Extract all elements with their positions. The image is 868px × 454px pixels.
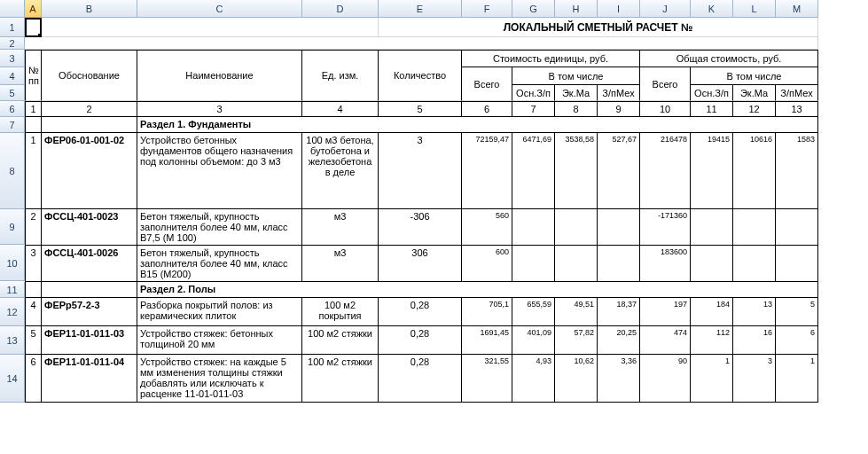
col-header-E[interactable]: E	[379, 0, 462, 18]
r5-c11[interactable]: 112	[691, 326, 733, 355]
col-header-A[interactable]: A	[25, 0, 42, 18]
r4-c11[interactable]: 184	[691, 298, 733, 326]
r2-c13[interactable]	[776, 209, 818, 246]
r1-c13[interactable]: 1583	[776, 133, 818, 209]
cell-A1[interactable]	[25, 18, 42, 37]
r6-c7[interactable]: 4,93	[512, 355, 555, 403]
r5-c8[interactable]: 57,82	[555, 326, 598, 355]
r4-c6[interactable]: 705,1	[462, 298, 512, 326]
row-header-5[interactable]: 5	[0, 85, 25, 101]
r1-c9[interactable]: 527,67	[598, 133, 640, 209]
r4-name[interactable]: Разборка покрытий полов: из керамических…	[137, 298, 302, 326]
col-header-F[interactable]: F	[462, 0, 512, 18]
r2-unit[interactable]: м3	[302, 209, 379, 246]
r4-qty[interactable]: 0,28	[379, 298, 462, 326]
row-header-4[interactable]: 4	[0, 67, 25, 85]
r6-n[interactable]: 6	[25, 355, 42, 403]
row-header-9[interactable]: 9	[0, 209, 25, 245]
r3-unit[interactable]: м3	[302, 246, 379, 282]
cell-B11[interactable]	[42, 282, 137, 298]
r3-c6[interactable]: 600	[462, 246, 512, 282]
r4-unit[interactable]: 100 м2 покрытия	[302, 298, 379, 326]
r5-osn[interactable]: ФЕР11-01-011-03	[42, 326, 137, 355]
row-header-14[interactable]: 14	[0, 355, 25, 403]
col-header-L[interactable]: L	[733, 0, 776, 18]
r6-c9[interactable]: 3,36	[598, 355, 640, 403]
r5-qty[interactable]: 0,28	[379, 326, 462, 355]
r2-c6[interactable]: 560	[462, 209, 512, 246]
r3-name[interactable]: Бетон тяжелый, крупность заполнителя бол…	[137, 246, 302, 282]
r5-c13[interactable]: 6	[776, 326, 818, 355]
r5-c10[interactable]: 474	[640, 326, 691, 355]
r3-osn[interactable]: ФССЦ-401-0026	[42, 246, 137, 282]
r2-name[interactable]: Бетон тяжелый, крупность заполнителя бол…	[137, 209, 302, 246]
row-header-2[interactable]: 2	[0, 37, 25, 50]
r5-n[interactable]: 5	[25, 326, 42, 355]
col-header-H[interactable]: H	[555, 0, 598, 18]
row-header-11[interactable]: 11	[0, 282, 25, 298]
r6-osn[interactable]: ФЕР11-01-011-04	[42, 355, 137, 403]
r3-c12[interactable]	[733, 246, 776, 282]
r1-n[interactable]: 1	[25, 133, 42, 209]
col-header-B[interactable]: B	[42, 0, 137, 18]
r2-c9[interactable]	[598, 209, 640, 246]
r3-c8[interactable]	[555, 246, 598, 282]
r2-c12[interactable]	[733, 209, 776, 246]
r1-c12[interactable]: 10616	[733, 133, 776, 209]
r1-unit[interactable]: 100 м3 бетона, бутобетона и железобетона…	[302, 133, 379, 209]
r2-c7[interactable]	[512, 209, 555, 246]
r6-c11[interactable]: 1	[691, 355, 733, 403]
r1-name[interactable]: Устройство бетонных фундаментов общего н…	[137, 133, 302, 209]
r1-c6[interactable]: 72159,47	[462, 133, 512, 209]
col-header-C[interactable]: C	[137, 0, 302, 18]
col-header-K[interactable]: K	[691, 0, 733, 18]
r4-n[interactable]: 4	[25, 298, 42, 326]
r2-n[interactable]: 2	[25, 209, 42, 246]
row-header-8[interactable]: 8	[0, 133, 25, 209]
r6-c8[interactable]: 10,62	[555, 355, 598, 403]
r3-n[interactable]: 3	[25, 246, 42, 282]
r2-c10[interactable]: -171360	[640, 209, 691, 246]
r6-c10[interactable]: 90	[640, 355, 691, 403]
r5-c6[interactable]: 1691,45	[462, 326, 512, 355]
r3-c13[interactable]	[776, 246, 818, 282]
row-header-1[interactable]: 1	[0, 18, 25, 37]
r1-osn[interactable]: ФЕР06-01-001-02	[42, 133, 137, 209]
cell-A11[interactable]	[25, 282, 42, 298]
r5-name[interactable]: Устройство стяжек: бетонных толщиной 20 …	[137, 326, 302, 355]
r4-c12[interactable]: 13	[733, 298, 776, 326]
row-header-13[interactable]: 13	[0, 326, 25, 355]
row-header-7[interactable]: 7	[0, 117, 25, 133]
r5-c12[interactable]: 16	[733, 326, 776, 355]
r1-c8[interactable]: 3538,58	[555, 133, 598, 209]
r4-c7[interactable]: 655,59	[512, 298, 555, 326]
r4-c9[interactable]: 18,37	[598, 298, 640, 326]
r4-c10[interactable]: 197	[640, 298, 691, 326]
r6-c12[interactable]: 3	[733, 355, 776, 403]
r1-qty[interactable]: 3	[379, 133, 462, 209]
row-header-12[interactable]: 12	[0, 298, 25, 326]
r5-c7[interactable]: 401,09	[512, 326, 555, 355]
r4-osn[interactable]: ФЕРр57-2-3	[42, 298, 137, 326]
r6-name[interactable]: Устройство стяжек: на каждые 5 мм измене…	[137, 355, 302, 403]
r3-c9[interactable]	[598, 246, 640, 282]
row-header-3[interactable]: 3	[0, 50, 25, 67]
r2-qty[interactable]: -306	[379, 209, 462, 246]
cell-A7[interactable]	[25, 117, 42, 133]
r4-c8[interactable]: 49,51	[555, 298, 598, 326]
row-header-6[interactable]: 6	[0, 101, 25, 117]
r1-c10[interactable]: 216478	[640, 133, 691, 209]
r6-c6[interactable]: 321,55	[462, 355, 512, 403]
cell-row2[interactable]	[25, 37, 818, 50]
col-header-J[interactable]: J	[640, 0, 691, 18]
r5-c9[interactable]: 20,25	[598, 326, 640, 355]
r6-unit[interactable]: 100 м2 стяжки	[302, 355, 379, 403]
r1-c7[interactable]: 6471,69	[512, 133, 555, 209]
select-all-corner[interactable]	[0, 0, 25, 18]
r3-c7[interactable]	[512, 246, 555, 282]
r2-c11[interactable]	[691, 209, 733, 246]
col-header-G[interactable]: G	[512, 0, 555, 18]
r2-c8[interactable]	[555, 209, 598, 246]
r3-c10[interactable]: 183600	[640, 246, 691, 282]
r4-c13[interactable]: 5	[776, 298, 818, 326]
